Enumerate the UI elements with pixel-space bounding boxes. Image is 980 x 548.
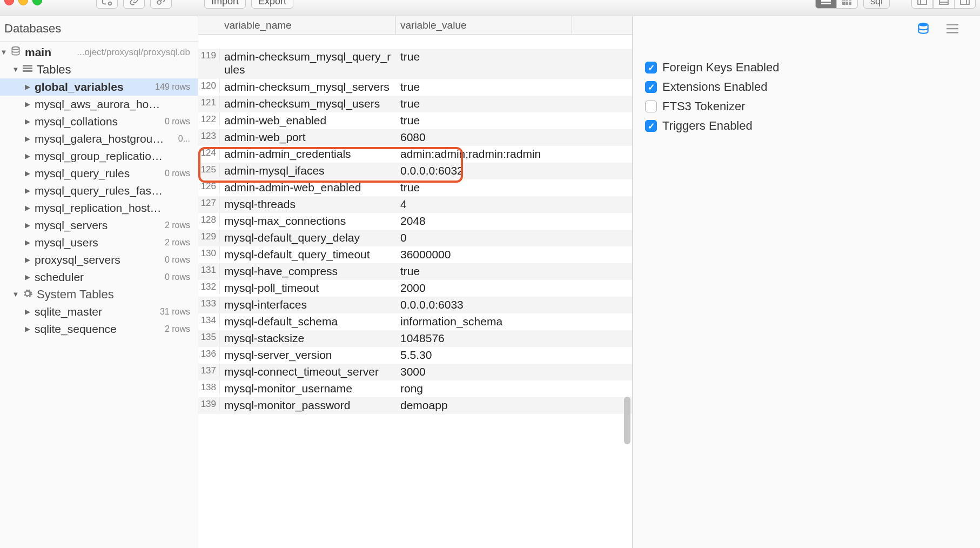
disclosure-right-icon[interactable]: [24, 169, 31, 177]
cell-variable-value[interactable]: admin:admin;radmin:radmin: [396, 146, 572, 162]
data-table[interactable]: variable_name variable_value 118admin-cl…: [198, 16, 633, 548]
cell-variable-name[interactable]: admin-web_port: [220, 129, 396, 145]
table-item[interactable]: proxysql_servers0 rows: [0, 251, 198, 269]
disclosure-down-icon[interactable]: [0, 48, 8, 56]
cell-variable-name[interactable]: mysql-server_version: [220, 347, 396, 363]
table-row[interactable]: 124admin-admin_credentialsadmin:admin;ra…: [198, 146, 632, 163]
view-mode-grid[interactable]: [837, 0, 858, 9]
disclosure-right-icon[interactable]: [24, 204, 31, 212]
cell-variable-value[interactable]: true: [396, 112, 572, 129]
cell-variable-value[interactable]: rong: [396, 380, 572, 397]
link-button[interactable]: [123, 0, 145, 9]
cell-variable-value[interactable]: 1048576: [396, 330, 572, 346]
disclosure-right-icon[interactable]: [24, 273, 31, 281]
table-row[interactable]: 133mysql-interfaces0.0.0.0:6033: [198, 297, 632, 313]
table-row[interactable]: 137mysql-connect_timeout_server3000: [198, 364, 632, 380]
cell-variable-name[interactable]: mysql-default_schema: [220, 313, 396, 330]
table-row[interactable]: 129mysql-default_query_delay0: [198, 230, 632, 246]
cell-variable-value[interactable]: 4: [396, 196, 572, 212]
cell-variable-name[interactable]: mysql-interfaces: [220, 297, 396, 313]
export-button[interactable]: Export: [251, 0, 293, 9]
add-db-button[interactable]: [96, 0, 118, 9]
cell-variable-value[interactable]: 5.5.30: [396, 347, 572, 363]
cell-variable-name[interactable]: mysql-monitor_username: [220, 380, 396, 397]
right-panel-tabs[interactable]: [633, 16, 980, 44]
cell-variable-value[interactable]: true: [396, 263, 572, 279]
cell-variable-value[interactable]: demoapp: [396, 397, 572, 413]
cell-variable-name[interactable]: admin-mysql_ifaces: [220, 163, 396, 179]
table-row[interactable]: 131mysql-have_compresstrue: [198, 263, 632, 280]
cell-variable-value[interactable]: 3000: [396, 364, 572, 380]
cell-variable-value[interactable]: true: [396, 79, 572, 95]
panel-bottom-toggle[interactable]: [933, 0, 955, 9]
key-button[interactable]: [150, 0, 172, 9]
system-tables-group[interactable]: System Tables: [0, 286, 198, 303]
col-variable-value[interactable]: variable_value: [396, 16, 572, 34]
panel-toggle-seg[interactable]: [911, 0, 976, 9]
checkbox[interactable]: [645, 120, 657, 132]
cell-variable-value[interactable]: 6080: [396, 129, 572, 145]
table-row[interactable]: 130mysql-default_query_timeout36000000: [198, 246, 632, 263]
checkbox[interactable]: [645, 62, 657, 73]
cell-variable-name[interactable]: mysql-poll_timeout: [220, 280, 396, 296]
sql-label[interactable]: sql: [863, 0, 890, 9]
disclosure-right-icon[interactable]: [24, 221, 31, 229]
cell-variable-name[interactable]: mysql-have_compress: [220, 263, 396, 279]
checkbox[interactable]: [645, 81, 657, 93]
option-check[interactable]: Extensions Enabled: [645, 80, 980, 94]
system-table-item[interactable]: sqlite_master31 rows: [0, 303, 198, 320]
table-row[interactable]: 128mysql-max_connections2048: [198, 213, 632, 230]
table-item[interactable]: mysql_query_rules0 rows: [0, 165, 198, 182]
disclosure-right-icon[interactable]: [24, 238, 31, 246]
checkbox[interactable]: [645, 101, 657, 112]
db-node[interactable]: main ...oject/proxysql/proxysql.db: [0, 44, 198, 61]
disclosure-right-icon[interactable]: [24, 135, 31, 143]
cell-variable-name[interactable]: mysql-default_query_timeout: [220, 246, 396, 263]
table-item[interactable]: global_variables149 rows: [0, 78, 198, 96]
cell-variable-name[interactable]: mysql-monitor_password: [220, 397, 396, 413]
table-item[interactable]: scheduler0 rows: [0, 269, 198, 286]
cell-variable-name[interactable]: admin-admin_credentials: [220, 146, 396, 162]
cell-variable-value[interactable]: 36000000: [396, 246, 572, 263]
table-item[interactable]: mysql_collations0 rows: [0, 113, 198, 130]
table-item[interactable]: mysql_aws_aurora_hostgr...: [0, 96, 198, 113]
table-item[interactable]: mysql_users2 rows: [0, 234, 198, 251]
disclosure-right-icon[interactable]: [24, 308, 31, 316]
panel-right-toggle[interactable]: [955, 0, 976, 9]
cell-variable-name[interactable]: mysql-max_connections: [220, 213, 396, 229]
disclosure-right-icon[interactable]: [24, 117, 31, 125]
import-button[interactable]: Import: [204, 0, 246, 9]
system-table-item[interactable]: sqlite_sequence2 rows: [0, 320, 198, 338]
cell-variable-value[interactable]: true: [396, 96, 572, 112]
table-row[interactable]: 132mysql-poll_timeout2000: [198, 280, 632, 297]
cell-variable-name[interactable]: admin-checksum_mysql_servers: [220, 79, 396, 95]
tables-group[interactable]: Tables: [0, 61, 198, 78]
cell-variable-value[interactable]: information_schema: [396, 313, 572, 330]
cell-variable-value[interactable]: 2048: [396, 213, 572, 229]
db-tab-icon[interactable]: [916, 22, 930, 39]
table-item[interactable]: mysql_galera_hostgroups0...: [0, 130, 198, 148]
table-row[interactable]: 121admin-checksum_mysql_userstrue: [198, 96, 632, 112]
cell-variable-name[interactable]: admin-web_enabled: [220, 112, 396, 129]
disclosure-right-icon[interactable]: [24, 152, 31, 160]
table-row[interactable]: 127mysql-threads4: [198, 196, 632, 213]
table-item[interactable]: mysql_servers2 rows: [0, 217, 198, 234]
cell-variable-value[interactable]: true: [396, 49, 572, 65]
table-row[interactable]: 139mysql-monitor_passworddemoapp: [198, 397, 632, 414]
table-body[interactable]: 118admin-cluster_proxysql_servers_save_t…: [198, 35, 632, 548]
cell-variable-name[interactable]: admin-checksum_mysql_query_rules: [220, 49, 396, 78]
disclosure-down-icon[interactable]: [12, 290, 19, 298]
minimize-window-icon[interactable]: [18, 0, 28, 5]
table-row[interactable]: 118admin-cluster_proxysql_servers_save_t…: [198, 35, 632, 49]
option-check[interactable]: Foreign Keys Enabled: [645, 61, 980, 75]
cell-variable-value[interactable]: 0.0.0.0:6033: [396, 297, 572, 313]
table-row[interactable]: 125admin-mysql_ifaces0.0.0.0:6032: [198, 163, 632, 179]
option-check[interactable]: Triggers Enabled: [645, 119, 980, 133]
view-mode-list[interactable]: [815, 0, 837, 9]
cell-variable-value[interactable]: 0.0.0.0:6032: [396, 163, 572, 179]
zoom-window-icon[interactable]: [32, 0, 42, 5]
panel-left-toggle[interactable]: [911, 0, 933, 9]
disclosure-right-icon[interactable]: [24, 83, 31, 91]
cell-variable-name[interactable]: mysql-threads: [220, 196, 396, 212]
cell-variable-name[interactable]: admin-admin-web_enabled: [220, 179, 396, 196]
